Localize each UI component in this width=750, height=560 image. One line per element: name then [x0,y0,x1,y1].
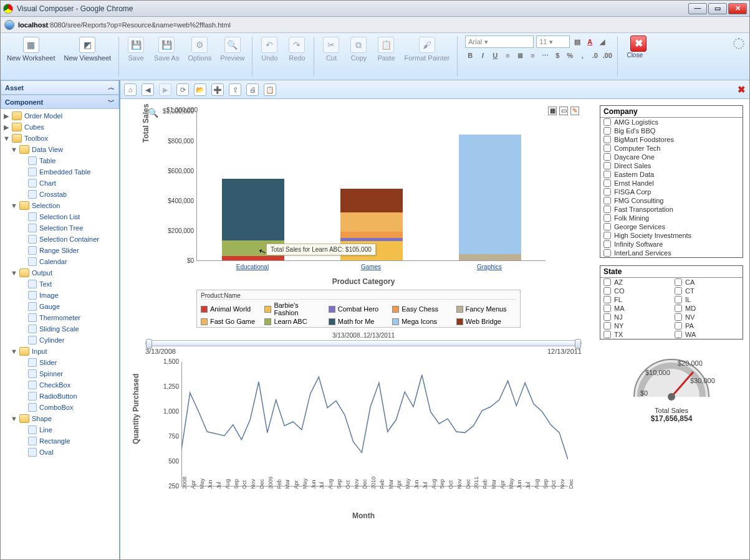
state-row[interactable]: IL [671,295,743,304]
company-row[interactable]: Daycare One [600,153,743,161]
comma-button[interactable]: , [577,50,587,60]
company-checkbox[interactable] [603,214,611,222]
font-size-select[interactable]: 11▾ [536,36,570,48]
category-label[interactable]: Games [340,263,402,270]
company-row[interactable]: FISGA Corp [600,187,743,196]
state-row[interactable]: AZ [600,278,671,287]
format-painter-button[interactable]: 🖌Format Painter [401,36,452,63]
company-row[interactable]: Big Ed's BBQ [600,126,743,135]
font-color-icon[interactable]: A [585,37,595,47]
company-row[interactable]: George Services [600,222,743,231]
legend-item[interactable]: Fast Go Game [201,318,261,325]
tree-rectangle[interactable]: Rectangle [1,435,119,447]
bold-button[interactable]: B [465,50,475,60]
save-as-button[interactable]: 💾Save As [151,36,181,63]
expand-icon[interactable]: ▭ [559,107,568,115]
state-checkbox[interactable] [675,331,682,338]
tree-slider[interactable]: Slider [1,357,119,368]
tree-table[interactable]: Table [1,155,119,166]
tree-checkbox[interactable]: CheckBox [1,379,119,391]
tree-calendar[interactable]: Calendar [1,256,119,267]
save-button[interactable]: 💾Save [124,36,148,63]
company-row[interactable]: FMG Consulting [600,196,743,205]
export-icon[interactable]: ⇪ [229,83,241,96]
tree-chart[interactable]: Chart [1,178,119,189]
state-row[interactable]: NJ [600,313,671,321]
date-range-slider[interactable]: 3/13/2008..12/13/2011 3/13/200812/13/201… [145,332,582,355]
state-row[interactable]: CO [600,287,671,295]
state-row[interactable]: PA [671,321,743,330]
tree-line[interactable]: Line [1,424,119,435]
legend-item[interactable]: Easy Chess [392,301,452,316]
state-checkbox[interactable] [675,305,682,312]
tree-sliding-scale[interactable]: Sliding Scale [1,323,119,335]
tree-toolbox[interactable]: ▼Toolbox [1,133,119,144]
component-panel-header[interactable]: Component﹀ [1,95,119,109]
tree-crosstab[interactable]: Crosstab [1,189,119,200]
company-checkbox[interactable] [603,240,611,248]
company-row[interactable]: Direct Sales [600,161,743,170]
tree-image[interactable]: Image [1,290,119,301]
company-checkbox[interactable] [603,197,611,204]
company-row[interactable]: BigMart Foodstores [600,135,743,144]
state-row[interactable]: MA [600,304,671,313]
tree-oval[interactable]: Oval [1,447,119,458]
tree-output[interactable]: ▼Output [1,267,119,278]
category-label[interactable]: Educational [221,263,284,270]
state-checkbox[interactable] [603,322,611,330]
fill-color-icon[interactable]: ◢ [597,37,607,47]
new-worksheet-button[interactable]: ▦New Worksheet [4,36,57,63]
print-icon[interactable]: 🖨 [246,83,259,96]
canvas-close-icon[interactable]: ✖ [738,84,746,95]
company-row[interactable]: Infinity Software [600,240,743,249]
tree-selection[interactable]: ▼Selection [1,200,119,211]
copy-button[interactable]: ⧉Copy [347,36,370,63]
legend-item[interactable]: Mega Icons [392,318,452,325]
align-right-button[interactable]: ≡ [527,50,537,60]
tree-cubes[interactable]: ▶Cubes [1,121,119,133]
align-center-button[interactable]: ≣ [515,50,525,60]
tree-order-model[interactable]: ▶Order Model [1,110,119,121]
company-checkbox[interactable] [603,127,611,135]
tree-text[interactable]: Text [1,278,119,290]
tree-selection-tree[interactable]: Selection Tree [1,222,119,234]
tree-combobox[interactable]: ComboBox [1,402,119,413]
tree-thermometer[interactable]: Thermometer [1,312,119,323]
paste-button[interactable]: 📋Paste [374,36,398,63]
legend-item[interactable]: Barbie's Fashion [264,301,324,316]
company-checkbox[interactable] [603,136,611,143]
state-row[interactable]: TX [600,330,671,339]
redo-button[interactable]: ↷Redo [285,36,309,63]
table-view-icon[interactable]: ▦ [548,107,557,115]
underline-button[interactable]: U [490,50,500,60]
open-icon[interactable]: 📂 [194,83,206,96]
font-family-select[interactable]: Arial▾ [465,36,534,48]
tree-gauge[interactable]: Gauge [1,301,119,312]
home-icon[interactable]: ⌂ [124,83,137,96]
company-checkbox[interactable] [603,232,611,239]
align-left-button[interactable]: ≡ [502,50,512,60]
percent-button[interactable]: % [565,50,575,60]
merge-button[interactable]: ⋯ [540,50,550,60]
edit-icon[interactable]: ✎ [570,107,579,115]
company-checkbox[interactable] [603,171,611,178]
tree-shape[interactable]: ▼Shape [1,413,119,424]
company-row[interactable]: Ernst Handel [600,179,743,187]
tree-data-view[interactable]: ▼Data View [1,144,119,155]
legend-item[interactable]: Web Bridge [456,318,516,325]
category-label[interactable]: Graphics [458,263,521,270]
legend-item[interactable]: Learn ABC [264,318,324,325]
address-bar[interactable]: localhost:8080/sree/Reports?op=Resource&… [1,17,749,33]
tree-cylinder[interactable]: Cylinder [1,335,119,346]
company-row[interactable]: Folk Mining [600,214,743,222]
state-row[interactable]: CT [671,287,743,295]
window-minimize-button[interactable]: — [688,3,707,14]
tree-radiobutton[interactable]: RadioButton [1,391,119,402]
tree-selection-container[interactable]: Selection Container [1,234,119,245]
new-viewsheet-button[interactable]: ◩New Viewsheet [61,36,113,63]
bar-graphics[interactable] [459,135,521,260]
company-checkbox[interactable] [603,206,611,213]
state-row[interactable]: NV [671,313,743,321]
add-data-icon[interactable]: ➕ [211,83,224,96]
company-row[interactable]: InterLand Services [600,249,743,257]
